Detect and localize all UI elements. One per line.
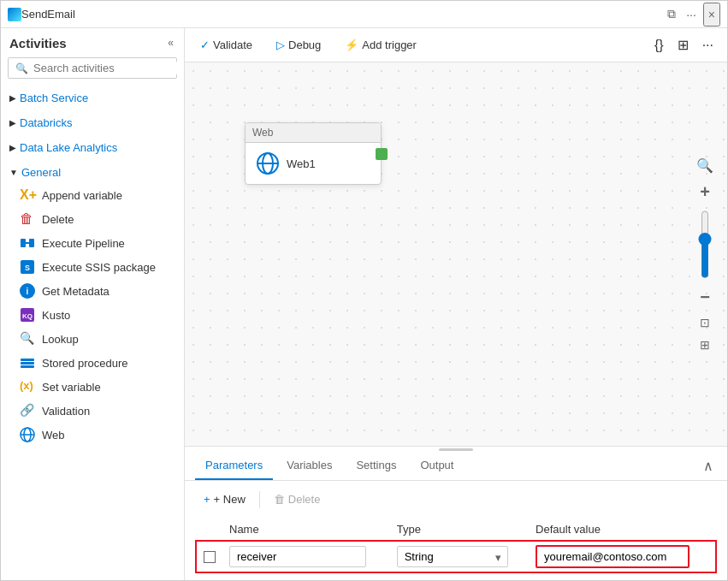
sidebar-item-execute-ssis[interactable]: S Execute SSIS package ⠿ xyxy=(1,255,184,279)
sidebar-item-set-variable[interactable]: (x) Set variable ⠿ xyxy=(1,375,184,399)
type-header: Type xyxy=(390,518,529,542)
restore-button[interactable]: ⧉ xyxy=(664,5,679,23)
validate-button[interactable]: ✓ Validate xyxy=(195,35,257,55)
title-bar: SendEmail ⧉ ··· × xyxy=(1,1,727,28)
sidebar-group-header-batch[interactable]: ▶ Batch Service xyxy=(1,87,184,109)
svg-rect-7 xyxy=(21,359,34,361)
tab-parameters[interactable]: Parameters xyxy=(195,452,273,480)
group-batch: ▶ Batch Service xyxy=(1,86,184,110)
item-label-execute-ssis: Execute SSIS package xyxy=(42,261,167,274)
trigger-icon: ⚡ xyxy=(345,39,358,51)
title-bar-actions: ⧉ ··· × xyxy=(664,3,720,27)
chevron-right-icon: ▶ xyxy=(9,143,16,152)
lookup-icon: 🔍 xyxy=(20,331,35,347)
ssis-icon: S xyxy=(20,259,35,275)
setvariable-icon: (x) xyxy=(20,379,35,394)
group-general: ▼ General X+ Append variable ⠿ 🗑 Delete … xyxy=(1,160,184,448)
debug-button[interactable]: ▷ Debug xyxy=(271,35,326,55)
chevron-down-icon: ▼ xyxy=(9,168,18,177)
pipeline-title: SendEmail xyxy=(21,8,664,21)
sidebar-group-header-general[interactable]: ▼ General xyxy=(1,162,184,183)
search-input[interactable] xyxy=(33,62,177,74)
pipeline-canvas[interactable]: Web Web1 xyxy=(185,62,727,446)
app-icon xyxy=(8,8,21,21)
web-activity-icon xyxy=(256,151,280,175)
activity-node-body: Web1 xyxy=(246,143,381,184)
zoom-in-button[interactable]: + xyxy=(696,179,713,205)
sidebar-item-stored-procedure[interactable]: Stored procedure ⠿ xyxy=(1,351,184,375)
svg-rect-8 xyxy=(21,362,34,365)
search-canvas-button[interactable]: 🔍 xyxy=(693,154,717,177)
item-label-delete: Delete xyxy=(42,213,167,226)
sidebar-title: Activities xyxy=(9,36,67,50)
sidebar-item-web[interactable]: Web ⠿ xyxy=(1,423,184,447)
svg-rect-9 xyxy=(21,365,34,368)
table-button[interactable]: ⊞ xyxy=(674,33,692,56)
delete-param-button[interactable]: 🗑 Delete xyxy=(267,489,328,509)
fit-view-button[interactable]: ⊡ xyxy=(696,312,713,333)
item-label-get-metadata: Get Metadata xyxy=(42,285,167,298)
add-trigger-button[interactable]: ⚡ Add trigger xyxy=(340,35,422,55)
sidebar-item-lookup[interactable]: 🔍 Lookup ⠿ xyxy=(1,327,184,351)
svg-text:S: S xyxy=(25,264,30,272)
toolbar-divider xyxy=(259,491,260,508)
search-icon: 🔍 xyxy=(15,62,28,74)
group-databricks-label: Databricks xyxy=(20,116,72,129)
sidebar-group-header-datalake[interactable]: ▶ Data Lake Analytics xyxy=(1,137,184,158)
sidebar-item-append-variable[interactable]: X+ Append variable ⠿ xyxy=(1,183,184,207)
param-row-checkbox-cell xyxy=(197,542,222,572)
more-options-button[interactable]: ··· xyxy=(699,34,717,56)
param-type-select[interactable]: String Bool Int Float Array Object Secur… xyxy=(397,546,508,567)
params-toolbar: + + New 🗑 Delete xyxy=(197,489,715,509)
canvas-area: ✓ Validate ▷ Debug ⚡ Add trigger {} ⊞ ··… xyxy=(185,28,727,580)
sidebar-item-delete[interactable]: 🗑 Delete ⠿ xyxy=(1,207,184,231)
sidebar-collapse-buttons: « xyxy=(166,35,175,50)
item-label-execute-pipeline: Execute Pipeline xyxy=(42,237,167,250)
tab-settings[interactable]: Settings xyxy=(346,452,406,480)
param-name-input[interactable] xyxy=(229,546,366,567)
new-param-button[interactable]: + + New xyxy=(197,489,252,509)
item-label-kusto: Kusto xyxy=(42,309,167,322)
item-label-stored-procedure: Stored procedure xyxy=(42,357,167,370)
group-databricks: ▶ Databricks xyxy=(1,110,184,135)
more-button[interactable]: ··· xyxy=(683,6,700,23)
activity-node-web1[interactable]: Web Web1 xyxy=(245,122,382,185)
sidebar-item-validation[interactable]: 🔗 Validation ⠿ xyxy=(1,399,184,423)
delete-icon: 🗑 xyxy=(20,211,35,227)
checkbox-header xyxy=(197,518,222,542)
param-default-value-input[interactable] xyxy=(536,545,690,568)
param-name-cell xyxy=(222,542,390,572)
canvas-controls: 🔍 + − ⊡ ⊞ xyxy=(693,154,717,355)
sidebar-collapse-left[interactable]: « xyxy=(166,35,175,50)
sidebar-group-header-databricks[interactable]: ▶ Databricks xyxy=(1,112,184,133)
name-header: Name xyxy=(222,518,390,542)
code-button[interactable]: {} xyxy=(651,34,667,56)
tab-output[interactable]: Output xyxy=(410,452,464,480)
group-datalake-label: Data Lake Analytics xyxy=(20,141,117,154)
tab-variables[interactable]: Variables xyxy=(276,452,342,480)
validate-icon: ✓ xyxy=(200,39,210,51)
sidebar-header: Activities « xyxy=(1,28,184,57)
close-button[interactable]: × xyxy=(703,3,720,27)
sidebar-item-kusto[interactable]: KQ Kusto ⠿ xyxy=(1,303,184,327)
sidebar-items: ▶ Batch Service ▶ Databricks ▶ Data Lake… xyxy=(1,86,184,580)
bottom-content: + + New 🗑 Delete Name xyxy=(185,481,727,580)
zoom-out-button[interactable]: − xyxy=(696,284,713,311)
grid-button[interactable]: ⊞ xyxy=(696,335,713,355)
bottom-tabs: Parameters Variables Settings Output ∧ xyxy=(185,452,727,481)
zoom-slider[interactable] xyxy=(696,210,713,279)
bottom-panel: Parameters Variables Settings Output ∧ +… xyxy=(185,446,727,580)
procedure-icon xyxy=(20,355,35,371)
param-checkbox[interactable] xyxy=(204,551,216,563)
sidebar-item-get-metadata[interactable]: i Get Metadata ⠿ xyxy=(1,279,184,303)
group-datalake: ▶ Data Lake Analytics xyxy=(1,135,184,160)
chevron-right-icon: ▶ xyxy=(9,118,16,127)
group-general-label: General xyxy=(21,166,61,179)
param-type-wrapper: String Bool Int Float Array Object Secur… xyxy=(397,546,508,567)
default-value-header: Default value xyxy=(529,518,715,542)
pipeline-icon xyxy=(20,235,35,251)
item-label-append-variable: Append variable xyxy=(42,189,167,202)
collapse-panel-button[interactable]: ∧ xyxy=(700,454,717,477)
sidebar-item-execute-pipeline[interactable]: Execute Pipeline ⠿ xyxy=(1,231,184,255)
activity-success-connector[interactable] xyxy=(376,148,388,160)
